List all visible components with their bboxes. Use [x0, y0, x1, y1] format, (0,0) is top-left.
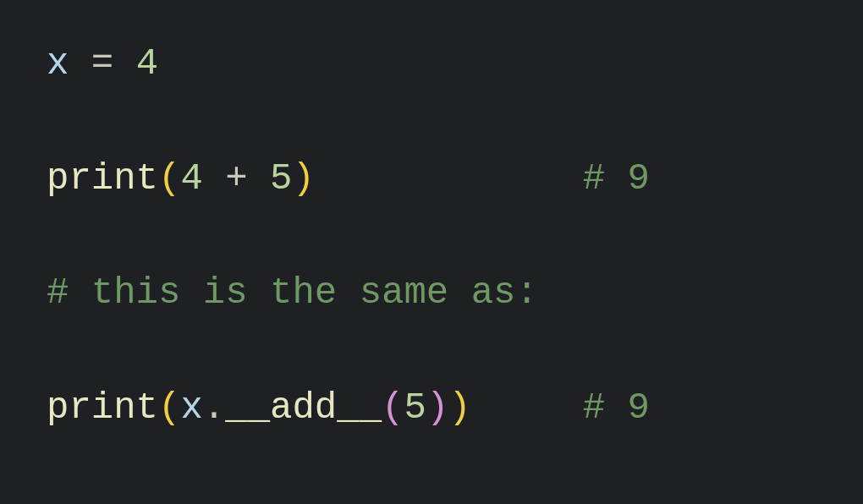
punct-token: . [203, 386, 225, 429]
paren-token: ( [382, 386, 404, 429]
padding [471, 386, 583, 429]
number-token: 4 [136, 42, 158, 85]
comment-token: # this is the same as: [47, 271, 538, 314]
code-line-3: # this is the same as: [47, 267, 816, 320]
code-line-2: print(4 + 5) # 9 [47, 153, 816, 205]
paren-token: ) [426, 386, 448, 429]
code-line-1: x = 4 [47, 38, 816, 90]
method-token: __add__ [225, 386, 382, 429]
code-block: x = 4 print(4 + 5) # 9 # this is the sam… [47, 38, 816, 434]
number-token: 4 [180, 157, 202, 200]
function-token: print [47, 386, 158, 429]
paren-token: ( [158, 386, 180, 429]
comment-token: # 9 [583, 157, 650, 200]
paren-token: ( [158, 157, 180, 200]
variable-token: x [180, 386, 202, 429]
operator-token: = [69, 42, 135, 85]
number-token: 5 [404, 386, 426, 429]
operator-token: + [203, 157, 270, 200]
padding [315, 157, 583, 200]
variable-token: x [47, 42, 69, 85]
paren-token: ) [448, 386, 470, 429]
paren-token: ) [292, 157, 314, 200]
code-line-4: print(x.__add__(5)) # 9 [47, 382, 816, 435]
number-token: 5 [270, 157, 292, 200]
function-token: print [47, 157, 158, 200]
comment-token: # 9 [583, 386, 650, 429]
